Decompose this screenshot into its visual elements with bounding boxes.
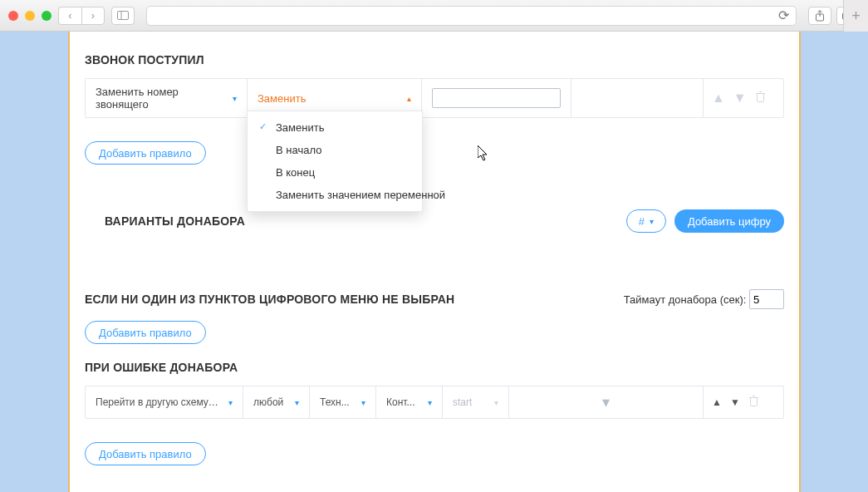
app-panel: ЗВОНОК ПОСТУПИЛ Заменить номер звонящего… — [68, 32, 801, 492]
dropdown-item[interactable]: В начало — [248, 139, 422, 161]
rule-actions: ▲ ▼ — [704, 79, 783, 117]
timeout-label: Таймаут донабора (сек): — [624, 293, 747, 306]
address-bar[interactable]: ⟳ — [146, 6, 797, 26]
rule-spacer — [571, 79, 704, 117]
rule-mode-label: Заменить — [257, 92, 306, 105]
chevron-down-icon: ▾ — [494, 398, 498, 407]
rule-mode-select[interactable]: Заменить ▴ Заменить В начало В конец Зам… — [248, 79, 422, 117]
hash-button[interactable]: # ▾ — [626, 209, 666, 233]
add-rule-button[interactable]: Добавить правило — [85, 141, 206, 165]
close-window-icon[interactable] — [8, 11, 18, 21]
browser-titlebar: ‹ › ⟳ — [0, 0, 868, 32]
svg-rect-9 — [750, 398, 757, 406]
err-match-select[interactable]: любой ▾ — [243, 386, 310, 418]
rule-value-input[interactable] — [432, 88, 561, 108]
dropdown-item[interactable]: Заменить значением переменной — [248, 184, 422, 206]
err-match-label: любой — [253, 396, 283, 408]
nav-buttons: ‹ › — [58, 7, 105, 25]
back-button[interactable]: ‹ — [58, 7, 81, 25]
chevron-down-icon: ▾ — [602, 393, 610, 411]
mode-dropdown: Заменить В начало В конец Заменить значе… — [247, 111, 423, 212]
sidebar-toggle-button[interactable] — [111, 7, 135, 25]
window-controls — [8, 11, 51, 21]
rule-action-select[interactable]: Заменить номер звонящего ▾ — [86, 79, 248, 117]
add-rule-button[interactable]: Добавить правило — [85, 321, 206, 344]
dropdown-item[interactable]: В конец — [248, 161, 422, 184]
dropdown-item[interactable]: Заменить — [248, 116, 422, 139]
err-col3-label: start — [453, 396, 472, 408]
rule-actions: ▲ ▼ — [704, 386, 783, 418]
err-action-label: Перейти в другую схему обзвона если номе… — [96, 396, 220, 408]
svg-rect-0 — [118, 12, 129, 20]
section-no-select-title: ЕСЛИ НИ ОДИН ИЗ ПУНКТОВ ЦИФРОВОГО МЕНЮ Н… — [85, 293, 454, 306]
chevron-down-icon: ▾ — [228, 398, 233, 407]
hash-label: # — [639, 215, 645, 228]
timeout-field: Таймаут донабора (сек): — [624, 289, 784, 309]
share-button[interactable] — [808, 7, 831, 25]
timeout-input[interactable] — [749, 289, 784, 309]
add-rule-button[interactable]: Добавить правило — [85, 442, 206, 465]
chevron-down-icon: ▾ — [361, 398, 365, 407]
chevron-down-icon: ▾ — [650, 217, 654, 226]
move-up-icon[interactable]: ▲ — [712, 396, 722, 408]
err-action-select[interactable]: Перейти в другую схему обзвона если номе… — [86, 386, 243, 418]
rule-action-label: Заменить номер звонящего — [96, 86, 228, 111]
err-col1-select[interactable]: Техн... ▾ — [310, 386, 376, 418]
chevron-down-icon: ▾ — [233, 94, 237, 103]
rule-row: Перейти в другую схему обзвона если номе… — [85, 386, 784, 419]
add-digit-button[interactable]: Добавить цифру — [674, 209, 784, 233]
share-icon — [815, 10, 825, 22]
move-down-icon[interactable]: ▼ — [733, 91, 747, 106]
rule-value-cell — [422, 79, 571, 117]
chevron-up-icon: ▴ — [407, 94, 411, 103]
err-expand-cell[interactable]: ▾ — [509, 386, 704, 418]
new-tab-button[interactable]: + — [843, 0, 868, 32]
move-up-icon[interactable]: ▲ — [712, 91, 725, 106]
section-error-title: ПРИ ОШИБКЕ ДОНАБОРА — [85, 361, 784, 374]
svg-rect-6 — [757, 93, 763, 101]
section-incoming-title: ЗВОНОК ПОСТУПИЛ — [85, 53, 784, 66]
zoom-window-icon[interactable] — [42, 11, 51, 21]
trash-icon[interactable] — [755, 91, 766, 106]
err-col2-label: Конт... — [386, 396, 414, 408]
chevron-down-icon: ▾ — [295, 398, 299, 407]
section-variants-title: ВАРИАНТЫ ДОНАБОРА — [105, 214, 245, 228]
move-down-icon[interactable]: ▼ — [730, 396, 740, 408]
err-col3-select[interactable]: start ▾ — [443, 386, 509, 418]
reload-icon[interactable]: ⟳ — [778, 7, 789, 23]
err-col1-label: Техн... — [320, 396, 350, 408]
minimize-window-icon[interactable] — [25, 11, 35, 21]
err-col2-select[interactable]: Конт... ▾ — [376, 386, 443, 418]
rule-row: Заменить номер звонящего ▾ Заменить ▴ За… — [85, 78, 784, 118]
forward-button[interactable]: › — [81, 7, 105, 25]
chevron-down-icon: ▾ — [428, 398, 432, 407]
trash-icon[interactable] — [748, 395, 759, 410]
sidebar-icon — [117, 11, 129, 20]
